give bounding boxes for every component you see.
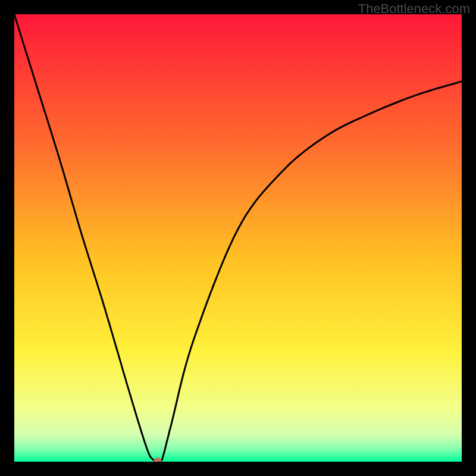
chart-plot-area xyxy=(14,14,462,462)
watermark-text: TheBottleneck.com xyxy=(358,1,470,17)
chart-marker-dot xyxy=(154,458,162,462)
chart-curve xyxy=(14,14,462,462)
